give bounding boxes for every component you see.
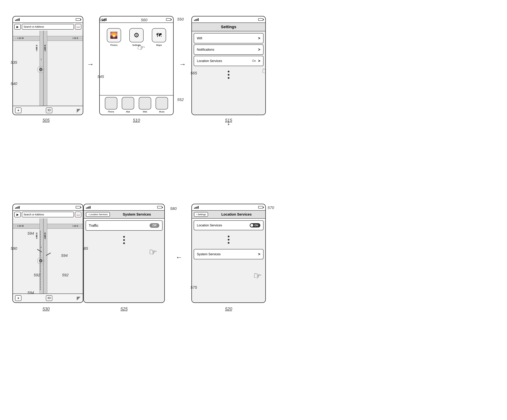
dot3	[228, 77, 230, 79]
phone-515: Settings Wifi > Notificaitons > Location…	[191, 16, 266, 115]
road-label-i10e-530: I-10 E →	[73, 225, 81, 227]
chevron-wifi: >	[258, 36, 260, 41]
dots-520	[192, 232, 265, 247]
dock-web-icon	[139, 97, 151, 110]
locate-button-530[interactable]: ✈	[15, 295, 21, 301]
directions-icon-530: ▶	[16, 213, 19, 216]
label-590: 590	[11, 246, 17, 251]
nav-title-520: ‹ Settings Location Services	[192, 211, 265, 219]
label-525: 525	[120, 307, 127, 311]
toggle-switch-off[interactable]: Off	[150, 223, 159, 228]
traffic-row[interactable]: Traffic Off	[86, 220, 162, 231]
map-search-bar-505: ▶ Search or Address 📖	[13, 23, 83, 31]
phone-510: 🌄 Photos ⚙ Settings 🗺 Maps	[99, 16, 174, 115]
label-540: 540	[11, 82, 17, 86]
status-bar-505	[13, 16, 83, 23]
signal-icon-520	[194, 206, 199, 209]
3d-button[interactable]: 3D	[46, 107, 52, 113]
label-560: 560	[141, 18, 148, 22]
directions-button[interactable]: ▶	[14, 24, 21, 30]
signal-icon-515	[194, 18, 199, 21]
page-title-525: System Services	[112, 212, 162, 217]
arrow-515-to-520: ↓	[227, 119, 230, 127]
photos-icon: 🌄	[110, 32, 118, 39]
arrow-505-to-510: →	[87, 60, 94, 68]
maps-icon-box: 🗺	[152, 28, 166, 42]
map-area-530: ← I-10 W I-10 E → I-405 S I-405 N ↓ ↑	[13, 218, 83, 294]
arrow-520-to-525: ←	[176, 253, 183, 261]
locate-icon-530: ✈	[17, 296, 20, 300]
search-input-505[interactable]: Search or Address	[22, 24, 74, 30]
settings-icon-box: ⚙	[129, 28, 144, 42]
3d-button-530[interactable]: 3D	[46, 295, 52, 301]
dot1-525	[123, 236, 125, 238]
label-580: 580	[170, 206, 177, 211]
road-label-i405s: I-405 S	[36, 45, 38, 51]
app-photos[interactable]: 🌄 Photos	[104, 28, 124, 46]
dock-mail[interactable]: Mail	[122, 97, 134, 113]
back-button-525[interactable]: ‹ Location Services	[86, 212, 110, 217]
battery-icon	[76, 18, 81, 21]
app-maps[interactable]: 🗺 Maps	[149, 28, 169, 46]
app-grid: 🌄 Photos ⚙ Settings 🗺 Maps	[100, 23, 173, 46]
road-i10-530: ← I-10 W I-10 E →	[13, 224, 83, 229]
dock-mail-icon	[122, 97, 134, 110]
gear-icon: ⚙	[134, 32, 139, 39]
directions-button-530[interactable]: ▶	[14, 212, 21, 217]
road-arrow-down: ↓	[40, 57, 42, 61]
map-search-bar-530: ▶ Search or Address 📖	[13, 211, 83, 219]
status-bar-520	[192, 204, 265, 211]
dot3-525	[123, 242, 125, 244]
road-arrow-up: ↑	[44, 48, 46, 52]
signal-icon-525	[86, 206, 91, 209]
label-565: 565	[190, 71, 197, 76]
road-label-i10w: ← I-10 W	[15, 37, 24, 40]
bookmarks-button-530[interactable]: 📖	[75, 212, 81, 217]
photos-label: Photos	[110, 44, 117, 46]
road-i405b-530	[43, 218, 47, 294]
label-592b: 592	[62, 273, 69, 277]
locate-button[interactable]: ✈	[15, 107, 21, 113]
location-right: On >	[252, 59, 260, 63]
page-title-520: Location Services	[210, 212, 263, 217]
toggle-switch-on[interactable]: ON	[250, 223, 260, 227]
system-services-row[interactable]: System Services >	[194, 249, 263, 259]
label-552: 552	[177, 98, 184, 102]
dot2-520	[228, 239, 230, 241]
chevron-notifications: >	[258, 47, 260, 52]
label-505: 505	[42, 118, 50, 123]
dock-music[interactable]: Music	[155, 97, 168, 113]
dock-bar-510: Phone Mail Web Music	[100, 95, 173, 115]
maps-label: Maps	[156, 44, 162, 46]
bookmarks-icon-530: 📖	[76, 213, 80, 216]
road-label-i10w-530: ← I-10 W	[15, 225, 24, 227]
settings-row-notifications[interactable]: Notificaitons >	[194, 44, 263, 55]
phone-525: ‹ Location Services System Services Traf…	[83, 204, 165, 303]
battery-icon-515	[258, 18, 263, 21]
label-594c: 594	[28, 291, 34, 295]
map-area-505: ← I-10 W I-10 E → I-405 S I-405 N ↓ ↑	[13, 31, 83, 106]
dock-web[interactable]: Web	[139, 97, 151, 113]
locate-icon: ✈	[17, 109, 20, 112]
phone-505: ▶ Search or Address 📖 ← I-10 W I-10 E → …	[12, 16, 83, 115]
phone-520: ‹ Settings Location Services Location Se…	[191, 204, 266, 303]
nav-title-525: ‹ Location Services System Services	[84, 211, 164, 219]
dot1	[228, 71, 230, 72]
back-button-520[interactable]: ‹ Settings	[194, 212, 208, 217]
dots-525	[84, 232, 164, 248]
road-label-i405s-530: I-405 S	[36, 233, 38, 239]
search-input-530[interactable]: Search or Address	[22, 212, 74, 217]
settings-row-location[interactable]: Location Services On >	[194, 56, 263, 66]
dock-music-icon	[155, 97, 168, 110]
diagram-container: ▶ Search or Address 📖 ← I-10 W I-10 E → …	[0, 0, 507, 420]
dot2	[228, 74, 230, 76]
dot2-525	[123, 239, 125, 241]
chevron-location: >	[258, 59, 260, 63]
location-toggle-row[interactable]: Location Services ON	[194, 220, 263, 230]
settings-row-wifi[interactable]: Wifi >	[194, 33, 263, 43]
bookmarks-button[interactable]: 📖	[75, 24, 81, 30]
settings-list-515: Wifi > Notificaitons > Location Services…	[192, 31, 265, 84]
dock-phone-icon	[105, 97, 117, 110]
dock-phone[interactable]: Phone	[105, 97, 117, 113]
phone-530: ▶ Search or Address 📖 ← I-10 W I-10 E → …	[12, 204, 83, 303]
